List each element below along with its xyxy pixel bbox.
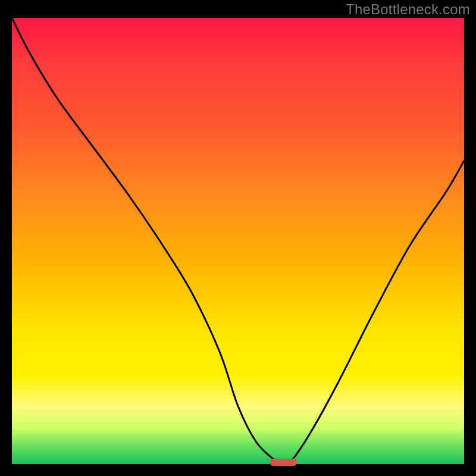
- curve-svg: [12, 18, 464, 464]
- bottleneck-curve-path: [12, 18, 464, 464]
- watermark-text: TheBottleneck.com: [346, 1, 470, 18]
- chart-frame: TheBottleneck.com: [0, 0, 476, 476]
- optimum-marker: [270, 459, 297, 466]
- plot-area: [12, 18, 464, 464]
